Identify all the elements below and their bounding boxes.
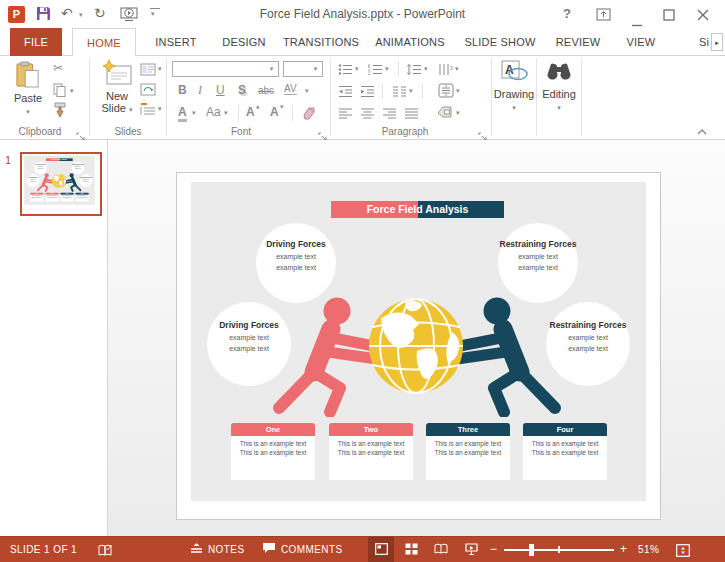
- normal-view-button[interactable]: [368, 537, 394, 562]
- tab-animations[interactable]: ANIMATIONS: [370, 28, 450, 56]
- section-icon[interactable]: [140, 102, 156, 120]
- tab-home[interactable]: HOME: [72, 28, 136, 56]
- smartart-dropdown-icon[interactable]: ▾: [456, 109, 460, 117]
- character-spacing-button[interactable]: AV: [284, 83, 297, 95]
- columns-dropdown-icon[interactable]: ▾: [409, 87, 413, 95]
- card-three[interactable]: Three This is an example textThis is an …: [426, 423, 510, 480]
- layout-dropdown-icon[interactable]: ▾: [158, 65, 162, 73]
- spell-check-icon[interactable]: [98, 543, 113, 561]
- char-spacing-dropdown-icon[interactable]: ▾: [305, 87, 309, 95]
- paste-label: Paste: [8, 92, 48, 104]
- zoom-slider-track[interactable]: [504, 549, 614, 551]
- copy-icon[interactable]: [53, 83, 66, 101]
- drawing-button[interactable]: A Drawing ▾: [493, 60, 535, 112]
- slide-layout-icon[interactable]: [140, 62, 156, 80]
- increase-indent-icon[interactable]: [360, 84, 375, 102]
- zoom-slider-center-tick: [558, 546, 560, 553]
- tab-scroll-right-icon[interactable]: ▸: [711, 33, 723, 51]
- paste-button[interactable]: Paste ▾: [8, 60, 48, 116]
- card-four[interactable]: Four This is an example textThis is an e…: [523, 423, 607, 480]
- text-direction-dropdown-icon[interactable]: ▾: [455, 65, 459, 73]
- font-size-dropdown-icon[interactable]: ▾: [309, 62, 322, 76]
- maximize-button[interactable]: [663, 7, 675, 25]
- align-left-icon[interactable]: [338, 106, 353, 124]
- slide-title-banner[interactable]: Force Field Analysis: [331, 201, 504, 218]
- zoom-slider-thumb[interactable]: [529, 544, 534, 556]
- window-title: Force Field Analysis.pptx - PowerPoint: [0, 7, 725, 21]
- notes-button[interactable]: NOTES: [190, 537, 244, 562]
- new-slide-button[interactable]: New Slide ▾: [94, 60, 140, 114]
- section-dropdown-icon[interactable]: ▾: [158, 105, 162, 113]
- bullets-icon[interactable]: [338, 62, 353, 80]
- reading-view-button[interactable]: [428, 537, 454, 562]
- restraining-forces-circle-top[interactable]: Restraining Forces example text example …: [498, 223, 578, 303]
- format-painter-icon[interactable]: [53, 102, 67, 122]
- change-case-button[interactable]: Aa: [206, 105, 221, 119]
- font-name-combobox[interactable]: ▾: [172, 61, 279, 77]
- numbering-dropdown-icon[interactable]: ▾: [385, 65, 389, 73]
- slideshow-view-button[interactable]: [458, 537, 484, 562]
- cut-icon[interactable]: ✂: [53, 61, 63, 75]
- shrink-font-button[interactable]: A: [270, 105, 279, 119]
- tab-file[interactable]: FILE: [10, 28, 62, 56]
- slide-sorter-view-button[interactable]: [398, 537, 424, 562]
- shrink-font-arrow-icon: ▾: [280, 103, 284, 111]
- paragraph-group-label: Paragraph: [330, 126, 480, 137]
- help-icon[interactable]: ?: [563, 6, 571, 21]
- ribbon-display-options-icon[interactable]: [596, 7, 611, 25]
- fit-slide-to-window-icon[interactable]: [676, 543, 690, 561]
- close-button[interactable]: [697, 7, 709, 25]
- powerpoint-window: P ↶ ▾ ↻ ▾ Force Field Analysis.pptx - Po…: [0, 0, 725, 562]
- editing-button[interactable]: Editing ▾: [538, 60, 580, 112]
- align-text-dropdown-icon[interactable]: ▾: [456, 87, 460, 95]
- change-case-dropdown-icon[interactable]: ▾: [224, 109, 228, 117]
- align-center-icon[interactable]: [360, 106, 375, 124]
- grow-font-button[interactable]: A: [246, 105, 255, 119]
- new-slide-label-line2: Slide: [101, 102, 125, 114]
- globe-graphic[interactable]: [368, 298, 464, 398]
- justify-icon[interactable]: [404, 106, 419, 124]
- pushing-figure-right[interactable]: [449, 295, 561, 421]
- tab-design[interactable]: DESIGN: [216, 28, 272, 56]
- decrease-indent-icon[interactable]: [338, 84, 353, 102]
- slide[interactable]: Force Field Analysis Driving Forces exam…: [22, 154, 97, 208]
- font-name-dropdown-icon[interactable]: ▾: [265, 62, 278, 76]
- tab-insert[interactable]: INSERT: [147, 28, 205, 56]
- tab-transitions[interactable]: TRANSITIONS: [280, 28, 362, 56]
- align-right-icon[interactable]: [382, 106, 397, 124]
- comments-button[interactable]: COMMENTS: [262, 537, 343, 562]
- new-slide-label-line1: New: [94, 90, 140, 102]
- ribbon: Paste ▾ ✂ ▾ Clipboard New Slide ▾ ▾: [0, 56, 725, 140]
- zoom-out-button[interactable]: −: [490, 537, 497, 562]
- bold-button[interactable]: B: [178, 83, 187, 97]
- card-two[interactable]: Two This is an example textThis is an ex…: [329, 423, 413, 480]
- slide-1-thumbnail[interactable]: Force Field Analysis Driving Forces exam…: [20, 152, 102, 216]
- italic-button[interactable]: I: [198, 83, 202, 98]
- align-text-icon[interactable]: [438, 83, 454, 102]
- line-spacing-dropdown-icon[interactable]: ▾: [424, 65, 428, 73]
- collapse-ribbon-icon[interactable]: [696, 122, 708, 140]
- numbering-icon[interactable]: [368, 62, 383, 80]
- text-shadow-button[interactable]: S: [238, 83, 246, 97]
- clear-formatting-icon[interactable]: [300, 106, 315, 124]
- tab-view[interactable]: VIEW: [616, 28, 666, 56]
- driving-forces-circle-top[interactable]: Driving Forces example text example text: [256, 223, 336, 303]
- font-color-dropdown-icon[interactable]: ▾: [192, 109, 196, 117]
- zoom-in-button[interactable]: +: [620, 537, 627, 562]
- font-size-combobox[interactable]: ▾: [283, 61, 323, 77]
- reset-slide-icon[interactable]: [140, 83, 156, 101]
- tab-review[interactable]: REVIEW: [548, 28, 608, 56]
- copy-dropdown-icon[interactable]: ▾: [70, 87, 74, 95]
- strikethrough-button[interactable]: abc: [258, 85, 274, 96]
- tab-slide-show[interactable]: SLIDE SHOW: [458, 28, 542, 56]
- font-color-button[interactable]: A: [178, 105, 187, 122]
- card-one-header: One: [231, 423, 315, 436]
- columns-icon[interactable]: [392, 84, 407, 102]
- text-direction-icon[interactable]: [438, 62, 453, 80]
- bullets-dropdown-icon[interactable]: ▾: [355, 65, 359, 73]
- slide[interactable]: Force Field Analysis Driving Forces exam…: [176, 172, 661, 520]
- underline-button[interactable]: U: [216, 83, 225, 97]
- convert-smartart-icon[interactable]: [436, 105, 453, 123]
- line-spacing-icon[interactable]: [406, 62, 422, 80]
- card-one[interactable]: One This is an example textThis is an ex…: [231, 423, 315, 480]
